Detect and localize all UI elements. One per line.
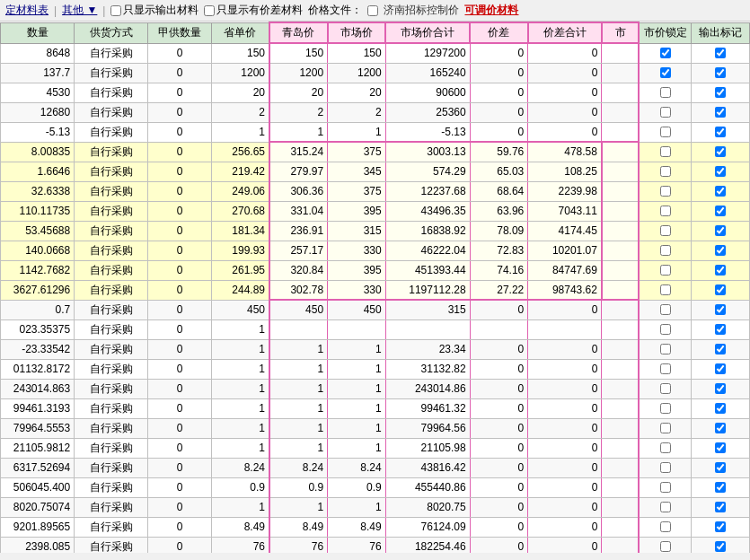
lock-checkbox[interactable] (660, 265, 671, 276)
table-cell: 279.97 (269, 162, 328, 181)
table-cell: 330 (328, 241, 386, 260)
output-checkbox[interactable] (715, 206, 726, 216)
output-checkbox[interactable] (715, 87, 726, 98)
lock-checkbox[interactable] (660, 87, 671, 98)
lock-checkbox[interactable] (660, 541, 671, 552)
table-cell: 0.7 (1, 300, 75, 319)
output-checkbox[interactable] (715, 67, 726, 78)
col-jd-total: 价差合计 (528, 22, 602, 43)
lock-checkbox[interactable] (660, 146, 671, 157)
output-checkbox[interactable] (715, 383, 726, 394)
output-checkbox[interactable] (715, 107, 726, 118)
lock-checkbox[interactable] (660, 284, 671, 295)
cb-show-diff[interactable]: 只显示有价差材料 (204, 3, 303, 18)
table-cell: 0 (148, 280, 211, 300)
output-checkbox[interactable] (715, 324, 726, 335)
output-checkbox[interactable] (715, 482, 726, 493)
table-cell: 自行采购 (75, 438, 148, 458)
output-checkbox[interactable] (715, 48, 726, 58)
table-cell: 自行采购 (75, 201, 148, 221)
table-cell: 6317.52694 (1, 458, 75, 477)
output-cell (692, 359, 750, 379)
lock-checkbox[interactable] (660, 344, 671, 354)
output-checkbox[interactable] (715, 363, 726, 374)
lock-checkbox[interactable] (660, 521, 671, 532)
output-checkbox[interactable] (715, 166, 726, 177)
price-file-cb[interactable] (367, 5, 378, 16)
output-checkbox[interactable] (715, 442, 726, 453)
output-checkbox[interactable] (715, 462, 726, 473)
table-cell: 自行采购 (75, 517, 148, 537)
table-cell: 0 (148, 221, 211, 241)
lock-checkbox[interactable] (660, 502, 671, 512)
table-cell: 4174.45 (528, 221, 602, 241)
table-cell: 8.00835 (1, 142, 75, 162)
lock-checkbox[interactable] (660, 363, 671, 374)
lock-checkbox[interactable] (660, 462, 671, 473)
lock-checkbox[interactable] (660, 67, 671, 78)
lock-checkbox[interactable] (660, 48, 671, 58)
table-cell (602, 63, 639, 83)
lock-checkbox[interactable] (660, 225, 671, 236)
table-row: 0.7自行采购045045045031500 (1, 300, 750, 319)
table-cell: 12237.68 (385, 181, 470, 201)
lock-checkbox[interactable] (660, 127, 671, 137)
lock-checkbox[interactable] (660, 383, 671, 394)
table-cell (602, 537, 639, 553)
output-checkbox[interactable] (715, 245, 726, 256)
lock-checkbox[interactable] (660, 324, 671, 335)
table-cell: 0 (148, 339, 211, 359)
table-cell: 0 (148, 201, 211, 221)
table-cell: 315.24 (269, 142, 328, 162)
table-cell: 1200 (328, 63, 386, 83)
table-cell: 74.16 (470, 260, 528, 280)
table-cell: 0 (148, 142, 211, 162)
table-row: -23.33542自行采购011123.3400 (1, 339, 750, 359)
output-checkbox[interactable] (715, 127, 726, 137)
output-checkbox[interactable] (715, 423, 726, 433)
table-cell: 0 (148, 43, 211, 63)
output-checkbox[interactable] (715, 265, 726, 276)
lock-checkbox[interactable] (660, 423, 671, 433)
output-checkbox[interactable] (715, 403, 726, 414)
output-checkbox[interactable] (715, 225, 726, 236)
lock-checkbox[interactable] (660, 403, 671, 414)
lock-checkbox[interactable] (660, 206, 671, 216)
output-checkbox[interactable] (715, 521, 726, 532)
table-cell (602, 142, 639, 162)
table-cell (602, 122, 639, 142)
lock-cell (639, 241, 692, 260)
output-checkbox[interactable] (715, 146, 726, 157)
table-row: 1142.7682自行采购0261.95320.84395451393.4474… (1, 260, 750, 280)
output-checkbox[interactable] (715, 284, 726, 295)
lock-checkbox[interactable] (660, 245, 671, 256)
table-container[interactable]: 数量 供货方式 甲供数量 省单价 青岛价 市场价 市场价合计 价差 价差合计 市… (0, 22, 750, 553)
lock-checkbox[interactable] (660, 186, 671, 197)
table-cell: 21105.9812 (1, 438, 75, 458)
table-cell: 0 (528, 43, 602, 63)
table-cell: 450 (328, 300, 386, 319)
lock-cell (639, 458, 692, 477)
table-cell: 1 (211, 122, 269, 142)
table-cell: 99461.32 (385, 398, 470, 418)
output-checkbox[interactable] (715, 541, 726, 552)
table-cell: 76 (211, 537, 269, 553)
table-cell (470, 319, 528, 339)
table-cell: 23.34 (385, 339, 470, 359)
output-checkbox[interactable] (715, 502, 726, 512)
lock-checkbox[interactable] (660, 107, 671, 118)
cb-show-output[interactable]: 只显示输出材料 (110, 3, 199, 18)
tab-other[interactable]: 其他 ▼ (62, 3, 97, 18)
lock-checkbox[interactable] (660, 304, 671, 315)
lock-cell (639, 83, 692, 102)
output-cell (692, 477, 750, 497)
table-cell: 自行采购 (75, 458, 148, 477)
output-checkbox[interactable] (715, 304, 726, 315)
lock-checkbox[interactable] (660, 482, 671, 493)
lock-checkbox[interactable] (660, 442, 671, 453)
output-checkbox[interactable] (715, 186, 726, 197)
table-cell: 0 (148, 260, 211, 280)
tab-dingcailiao[interactable]: 定材料表 (5, 3, 49, 18)
lock-checkbox[interactable] (660, 166, 671, 177)
output-checkbox[interactable] (715, 344, 726, 354)
